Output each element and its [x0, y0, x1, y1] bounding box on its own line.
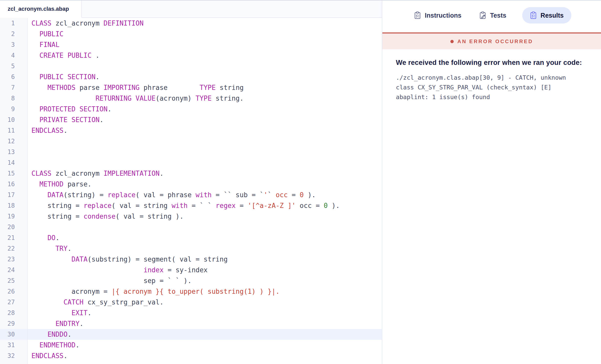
line-content: CLASS zcl_acronym DEFINITION [27, 18, 143, 29]
line-number: 29 [0, 318, 27, 329]
gutter-divider [27, 18, 28, 364]
tab-label: Results [541, 12, 564, 19]
code-line[interactable]: 7 METHODS parse IMPORTING phrase TYPE st… [0, 82, 382, 93]
clipboard-pencil-icon [479, 11, 486, 19]
code-line[interactable]: 15CLASS zcl_acronym IMPLEMENTATION. [0, 168, 382, 179]
code-line[interactable]: 32ENDCLASS. [0, 350, 382, 361]
code-line[interactable]: 5 [0, 61, 382, 72]
line-content [27, 61, 31, 72]
code-line[interactable]: 16 METHOD parse. [0, 179, 382, 190]
code-line[interactable]: 10 PRIVATE SECTION. [0, 114, 382, 125]
error-banner-label: AN ERROR OCCURRED [458, 39, 533, 44]
code-line[interactable]: 14 [0, 157, 382, 168]
line-content: METHOD parse. [27, 179, 92, 190]
code-editor[interactable]: 1CLASS zcl_acronym DEFINITION2 PUBLIC3 F… [0, 18, 382, 364]
line-number: 16 [0, 179, 27, 190]
line-number: 25 [0, 275, 27, 286]
line-content: ENDMETHOD. [27, 340, 80, 350]
code-line[interactable]: 29 ENDTRY. [0, 318, 382, 329]
tab-label: Tests [490, 12, 506, 19]
file-tab-bar: zcl_acronym.clas.abap [0, 1, 382, 18]
line-content: DO. [27, 232, 60, 243]
line-number: 5 [0, 61, 27, 72]
line-content: string = condense( val = string ). [27, 211, 184, 222]
tab-results[interactable]: Results [522, 7, 571, 24]
error-heading: We received the following error when we … [396, 59, 587, 67]
code-line[interactable]: 4 CREATE PUBLIC . [0, 50, 382, 61]
line-number: 6 [0, 72, 27, 82]
line-content: index = sy-index [27, 265, 208, 275]
error-dot-icon [450, 40, 454, 43]
file-tab-label: zcl_acronym.clas.abap [8, 6, 69, 12]
line-number: 21 [0, 232, 27, 243]
line-content: ENDCLASS. [27, 350, 68, 361]
line-content: PUBLIC [27, 29, 63, 39]
code-line[interactable]: 25 sep = ` ` ). [0, 275, 382, 286]
code-line[interactable]: 21 DO. [0, 232, 382, 243]
code-line[interactable]: 28 EXIT. [0, 308, 382, 318]
code-line[interactable]: 13 [0, 147, 382, 157]
line-content [27, 222, 31, 232]
error-output: ./zcl_acronym.clas.abap[30, 9] - CATCH, … [396, 73, 587, 102]
code-line[interactable]: 11ENDCLASS. [0, 125, 382, 136]
line-number: 18 [0, 200, 27, 211]
line-content: sep = ` ` ). [27, 275, 192, 286]
line-number: 19 [0, 211, 27, 222]
code-line[interactable]: 27 CATCH cx_sy_strg_par_val. [0, 297, 382, 308]
line-number: 22 [0, 243, 27, 254]
results-panel: InstructionsTestsResults AN ERROR OCCURR… [382, 1, 601, 364]
line-number: 11 [0, 125, 27, 136]
code-line[interactable]: 31 ENDMETHOD. [0, 340, 382, 350]
clipboard-check-icon [530, 11, 537, 19]
tab-instructions[interactable]: Instructions [412, 7, 463, 24]
code-line[interactable]: 2 PUBLIC [0, 29, 382, 39]
line-content: ENDDO. [27, 329, 72, 340]
line-content: CREATE PUBLIC . [27, 50, 99, 61]
line-number: 23 [0, 254, 27, 265]
code-line[interactable]: 6 PUBLIC SECTION. [0, 72, 382, 82]
line-content: DATA(string) = replace( val = phrase wit… [27, 190, 316, 200]
file-tab[interactable]: zcl_acronym.clas.abap [0, 1, 82, 18]
line-content: string = replace( val = string with = ` … [27, 200, 340, 211]
line-content: CATCH cx_sy_strg_par_val. [27, 297, 164, 308]
editor-pane: zcl_acronym.clas.abap 1CLASS zcl_acronym… [0, 1, 382, 364]
tab-tests[interactable]: Tests [477, 7, 508, 24]
line-number: 7 [0, 82, 27, 93]
line-number: 15 [0, 168, 27, 179]
code-line[interactable]: 17 DATA(string) = replace( val = phrase … [0, 190, 382, 200]
line-content: DATA(substring) = segment( val = string [27, 254, 228, 265]
code-line[interactable]: 1CLASS zcl_acronym DEFINITION [0, 18, 382, 29]
code-line[interactable]: 20 [0, 222, 382, 232]
code-lines: 1CLASS zcl_acronym DEFINITION2 PUBLIC3 F… [0, 18, 382, 361]
line-number: 17 [0, 190, 27, 200]
line-content: METHODS parse IMPORTING phrase TYPE stri… [27, 82, 244, 93]
code-line[interactable]: 23 DATA(substring) = segment( val = stri… [0, 254, 382, 265]
code-line[interactable]: 12 [0, 136, 382, 147]
code-line[interactable]: 8 RETURNING VALUE(acronym) TYPE string. [0, 93, 382, 104]
line-number: 9 [0, 104, 27, 114]
line-content: TRY. [27, 243, 72, 254]
line-content: PRIVATE SECTION. [27, 114, 104, 125]
line-number: 12 [0, 136, 27, 147]
line-number: 8 [0, 93, 27, 104]
line-content [27, 147, 31, 157]
code-line[interactable]: 3 FINAL [0, 39, 382, 50]
line-number: 20 [0, 222, 27, 232]
code-line[interactable]: 30 ENDDO. [0, 329, 382, 340]
code-line[interactable]: 9 PROTECTED SECTION. [0, 104, 382, 114]
error-banner: AN ERROR OCCURRED [382, 32, 601, 49]
code-line[interactable]: 24 index = sy-index [0, 265, 382, 275]
line-number: 13 [0, 147, 27, 157]
panel-tab-bar: InstructionsTestsResults [382, 7, 601, 24]
code-line[interactable]: 19 string = condense( val = string ). [0, 211, 382, 222]
line-number: 10 [0, 114, 27, 125]
clipboard-check-icon [414, 11, 421, 19]
line-number: 31 [0, 340, 27, 350]
code-line[interactable]: 26 acronym = |{ acronym }{ to_upper( sub… [0, 286, 382, 297]
code-line[interactable]: 22 TRY. [0, 243, 382, 254]
line-content: acronym = |{ acronym }{ to_upper( substr… [27, 286, 280, 297]
line-content: ENDCLASS. [27, 125, 68, 136]
line-content [27, 157, 31, 168]
line-number: 1 [0, 18, 27, 29]
code-line[interactable]: 18 string = replace( val = string with =… [0, 200, 382, 211]
